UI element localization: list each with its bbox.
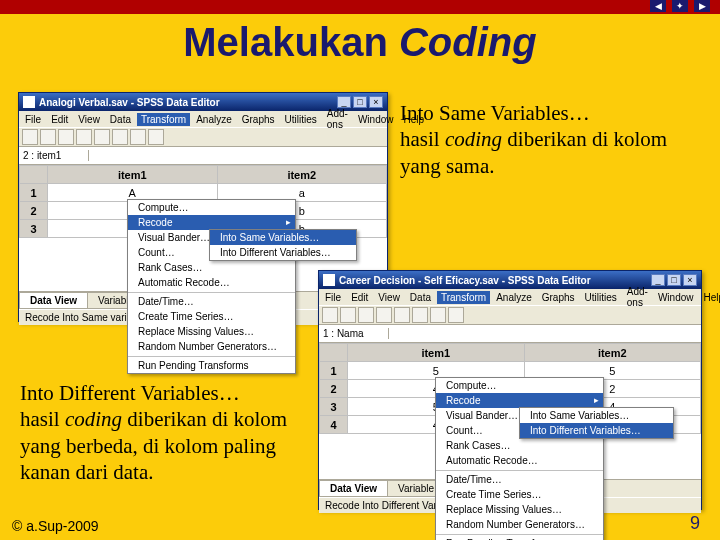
- toolbar-button[interactable]: [148, 129, 164, 145]
- menu-item-automatic-recode[interactable]: Automatic Recode…: [436, 453, 603, 468]
- menu-help[interactable]: Help: [700, 291, 721, 304]
- menu-edit[interactable]: Edit: [47, 113, 72, 126]
- toolbar-button[interactable]: [322, 307, 338, 323]
- toolbar-button[interactable]: [130, 129, 146, 145]
- submenu-into-same[interactable]: Into Same Variables…: [520, 408, 673, 423]
- row-header[interactable]: 3: [20, 220, 48, 238]
- col-header[interactable]: item1: [348, 344, 525, 362]
- submenu-into-different[interactable]: Into Different Variables…: [520, 423, 673, 438]
- menu-help[interactable]: Help: [400, 113, 429, 126]
- recode-submenu: Into Same Variables… Into Different Vari…: [519, 407, 674, 439]
- submenu-into-same[interactable]: Into Same Variables…: [210, 230, 356, 245]
- toolbar-button[interactable]: [412, 307, 428, 323]
- toolbar-button[interactable]: [58, 129, 74, 145]
- menu-window[interactable]: Window: [354, 113, 398, 126]
- toolbar-button[interactable]: [112, 129, 128, 145]
- menu-addons[interactable]: Add-ons: [623, 285, 652, 309]
- copyright: © a.Sup-2009: [12, 518, 99, 534]
- menu-view[interactable]: View: [374, 291, 404, 304]
- menu-item-compute[interactable]: Compute…: [436, 378, 603, 393]
- window-title: Analogi Verbal.sav - SPSS Data Editor: [39, 97, 337, 108]
- menu-file[interactable]: File: [321, 291, 345, 304]
- menu-item-create-time-series[interactable]: Create Time Series…: [436, 487, 603, 502]
- slide-number: 9: [690, 513, 700, 534]
- menu-graphs[interactable]: Graphs: [238, 113, 279, 126]
- menu-analyze[interactable]: Analyze: [192, 113, 236, 126]
- menu-item-recode[interactable]: Recode: [436, 393, 603, 408]
- nav-forward-icon[interactable]: ▶: [694, 0, 710, 12]
- menu-view[interactable]: View: [74, 113, 104, 126]
- menu-item-replace-missing[interactable]: Replace Missing Values…: [128, 324, 295, 339]
- toolbar-button[interactable]: [76, 129, 92, 145]
- close-button[interactable]: ×: [683, 274, 697, 286]
- menu-item-rng[interactable]: Random Number Generators…: [128, 339, 295, 354]
- menu-item-rng[interactable]: Random Number Generators…: [436, 517, 603, 532]
- recode-submenu: Into Same Variables… Into Different Vari…: [209, 229, 357, 261]
- menu-graphs[interactable]: Graphs: [538, 291, 579, 304]
- toolbar-button[interactable]: [22, 129, 38, 145]
- tab-data-view[interactable]: Data View: [19, 292, 88, 309]
- menu-item-date-time[interactable]: Date/Time…: [128, 292, 295, 309]
- menu-utilities[interactable]: Utilities: [581, 291, 621, 304]
- maximize-button[interactable]: □: [353, 96, 367, 108]
- menu-item-create-time-series[interactable]: Create Time Series…: [128, 309, 295, 324]
- nav-home-icon[interactable]: ✦: [672, 0, 688, 12]
- menu-utilities[interactable]: Utilities: [281, 113, 321, 126]
- slide-title: Melakukan Coding: [0, 20, 720, 65]
- close-button[interactable]: ×: [369, 96, 383, 108]
- minimize-button[interactable]: _: [651, 274, 665, 286]
- menu-addons[interactable]: Add-ons: [323, 107, 352, 131]
- menu-edit[interactable]: Edit: [347, 291, 372, 304]
- menu-data[interactable]: Data: [106, 113, 135, 126]
- toolbar-button[interactable]: [94, 129, 110, 145]
- slide-nav: ◀ ✦ ▶: [650, 0, 710, 12]
- col-header[interactable]: item2: [524, 344, 701, 362]
- menu-item-rank-cases[interactable]: Rank Cases…: [128, 260, 295, 275]
- menu-item-recode[interactable]: Recode: [128, 215, 295, 230]
- caption1-head: Into Same Variables…: [400, 101, 590, 125]
- toolbar-button[interactable]: [358, 307, 374, 323]
- menu-analyze[interactable]: Analyze: [492, 291, 536, 304]
- maximize-button[interactable]: □: [667, 274, 681, 286]
- menu-item-automatic-recode[interactable]: Automatic Recode…: [128, 275, 295, 290]
- menu-item-run-pending[interactable]: Run Pending Transforms: [436, 534, 603, 540]
- toolbar-button[interactable]: [430, 307, 446, 323]
- menu-item-replace-missing[interactable]: Replace Missing Values…: [436, 502, 603, 517]
- window-title: Career Decision - Self Eficacy.sav - SPS…: [339, 275, 651, 286]
- caption2-body-em: coding: [65, 407, 122, 431]
- menu-window[interactable]: Window: [654, 291, 698, 304]
- menu-transform[interactable]: Transform: [137, 113, 190, 126]
- row-header[interactable]: 2: [320, 380, 348, 398]
- row-header[interactable]: 4: [320, 416, 348, 434]
- caption2-body-a: hasil: [20, 407, 65, 431]
- app-icon: [23, 96, 35, 108]
- toolbar-button[interactable]: [448, 307, 464, 323]
- row-header[interactable]: 1: [20, 184, 48, 202]
- title-word-2: Coding: [399, 20, 537, 64]
- submenu-into-different[interactable]: Into Different Variables…: [210, 245, 356, 260]
- row-header[interactable]: 3: [320, 398, 348, 416]
- menu-data[interactable]: Data: [406, 291, 435, 304]
- row-header[interactable]: 1: [320, 362, 348, 380]
- nav-back-icon[interactable]: ◀: [650, 0, 666, 12]
- corner-cell: [20, 166, 48, 184]
- toolbar-button[interactable]: [40, 129, 56, 145]
- tab-data-view[interactable]: Data View: [319, 480, 388, 497]
- row-header[interactable]: 2: [20, 202, 48, 220]
- toolbar-button[interactable]: [340, 307, 356, 323]
- menu-item-date-time[interactable]: Date/Time…: [436, 470, 603, 487]
- toolbar-button[interactable]: [376, 307, 392, 323]
- menu-file[interactable]: File: [21, 113, 45, 126]
- data-grid[interactable]: item1item2 155 242 354 443 Compute… Reco…: [319, 343, 701, 479]
- toolbar-button[interactable]: [394, 307, 410, 323]
- menu-item-rank-cases[interactable]: Rank Cases…: [436, 438, 603, 453]
- menu-transform[interactable]: Transform: [437, 291, 490, 304]
- corner-cell: [320, 344, 348, 362]
- menu-item-run-pending[interactable]: Run Pending Transforms: [128, 356, 295, 373]
- transform-dropdown: Compute… Recode Visual Bander… Count… Ra…: [435, 377, 604, 540]
- col-header[interactable]: item1: [48, 166, 218, 184]
- col-header[interactable]: item2: [217, 166, 387, 184]
- caption-different-variables: Into Different Variables… hasil coding d…: [20, 380, 300, 485]
- menu-item-compute[interactable]: Compute…: [128, 200, 295, 215]
- app-icon: [323, 274, 335, 286]
